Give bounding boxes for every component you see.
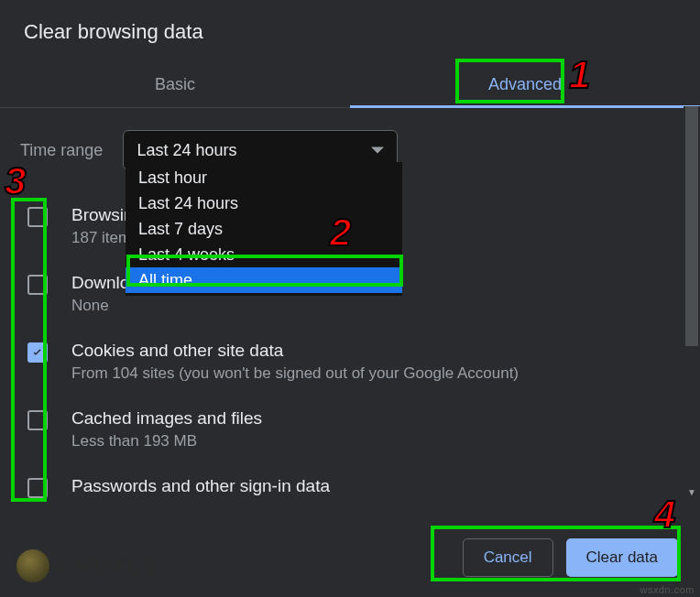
domain-watermark: wsxdn.com bbox=[640, 584, 695, 595]
list-item-cookies[interactable]: Cookies and other site data From 104 sit… bbox=[20, 328, 680, 396]
watermark-logo-icon bbox=[16, 549, 49, 582]
checkbox-download-history[interactable] bbox=[27, 275, 48, 295]
scrollbar[interactable]: ▼ bbox=[684, 106, 700, 500]
dropdown-option-last-4-weeks[interactable]: Last 4 weeks bbox=[126, 242, 402, 267]
dropdown-option-last-24-hours[interactable]: Last 24 hours bbox=[126, 190, 402, 216]
item-title: Cached images and files bbox=[71, 407, 262, 430]
time-range-selected-value: Last 24 hours bbox=[137, 141, 236, 160]
list-item-cached[interactable]: Cached images and files Less than 193 MB bbox=[20, 396, 680, 463]
dropdown-option-last-7-days[interactable]: Last 7 days bbox=[126, 216, 402, 242]
list-item-text: Passwords and other sign-in data bbox=[71, 474, 330, 498]
tabs: Basic Advanced bbox=[0, 62, 700, 108]
item-subtitle: Less than 193 MB bbox=[71, 430, 262, 452]
list-item-passwords[interactable]: Passwords and other sign-in data bbox=[20, 463, 680, 509]
time-range-dropdown: Last hour Last 24 hours Last 7 days Last… bbox=[126, 162, 402, 296]
watermark: A PUALS bbox=[16, 549, 159, 582]
scroll-down-icon[interactable]: ▼ bbox=[685, 487, 698, 496]
time-range-label: Time range bbox=[20, 141, 103, 160]
cancel-button[interactable]: Cancel bbox=[463, 538, 553, 577]
item-title: Passwords and other sign-in data bbox=[71, 474, 330, 498]
item-title: Cookies and other site data bbox=[71, 339, 519, 363]
list-item-text: Cookies and other site data From 104 sit… bbox=[71, 339, 519, 385]
item-subtitle: None bbox=[71, 295, 205, 317]
clear-data-button[interactable]: Clear data bbox=[566, 538, 678, 577]
item-subtitle: From 104 sites (you won't be signed out … bbox=[71, 363, 519, 385]
tab-basic[interactable]: Basic bbox=[0, 62, 350, 107]
checkmark-icon bbox=[30, 345, 45, 360]
dropdown-option-all-time[interactable]: All time bbox=[126, 267, 402, 293]
dropdown-option-last-hour[interactable]: Last hour bbox=[126, 165, 402, 190]
dialog-title: Clear browsing data bbox=[0, 0, 700, 62]
watermark-text: A PUALS bbox=[53, 552, 159, 581]
checkbox-cookies[interactable] bbox=[27, 342, 48, 363]
list-item-text: Cached images and files Less than 193 MB bbox=[71, 407, 262, 452]
clear-browsing-data-dialog: Clear browsing data Basic Advanced Time … bbox=[0, 0, 700, 597]
checkbox-passwords[interactable] bbox=[27, 478, 48, 498]
checkbox-browsing-history[interactable] bbox=[27, 207, 48, 227]
dialog-body: Time range Last 24 hours Last hour Last … bbox=[0, 108, 700, 502]
checkbox-cached[interactable] bbox=[27, 410, 48, 430]
chevron-down-icon bbox=[371, 147, 384, 154]
scrollbar-thumb[interactable] bbox=[685, 106, 698, 346]
tab-advanced[interactable]: Advanced bbox=[350, 62, 700, 107]
